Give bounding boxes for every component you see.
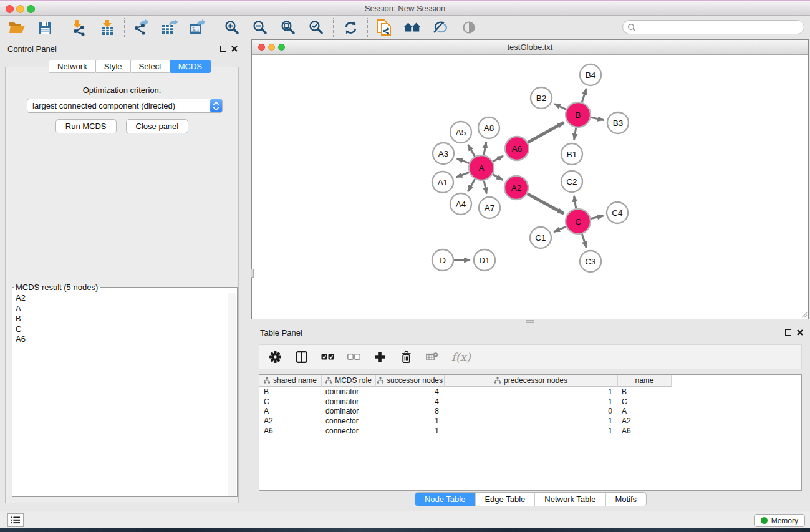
table-type-tab[interactable]: Motifs [605, 493, 646, 506]
edge-C-C4[interactable] [591, 216, 603, 218]
table-type-tab[interactable]: Node Table [415, 493, 475, 506]
search-input[interactable] [636, 22, 804, 33]
edge-A6-B[interactable] [528, 123, 564, 143]
edge-A2-C[interactable] [528, 194, 564, 214]
table-type-tab[interactable]: Edge Table [475, 493, 534, 506]
memory-button[interactable]: Memory [754, 514, 805, 527]
delete-column-trash-icon[interactable] [399, 350, 413, 364]
import-table-icon[interactable] [99, 19, 116, 36]
column-header-successor-nodes[interactable]: successor nodes [376, 375, 445, 387]
home-icon[interactable] [404, 19, 422, 36]
control-panel-tab[interactable]: Network [49, 60, 96, 73]
table-settings-gear-icon[interactable] [268, 350, 282, 364]
column-header-name[interactable]: name [618, 375, 672, 387]
table-type-tab[interactable]: Network Table [534, 493, 605, 506]
node-D[interactable]: D [432, 249, 453, 271]
edge-A-A5[interactable] [468, 145, 475, 157]
node-A2[interactable]: A2 [504, 176, 528, 200]
node-A6[interactable]: A6 [505, 137, 529, 160]
mcds-result-item[interactable]: C [13, 324, 227, 335]
node-A[interactable]: A [469, 155, 494, 180]
mcds-result-item[interactable]: A [13, 304, 227, 314]
search-field[interactable] [622, 20, 804, 34]
edge-A-A4[interactable] [468, 179, 475, 191]
column-header-predecessor-nodes[interactable]: predecessor nodes [445, 375, 618, 387]
close-panel-icon[interactable] [231, 45, 238, 52]
show-columns-icon[interactable] [294, 350, 308, 364]
edge-A-A6[interactable] [493, 156, 503, 162]
edge-B-B3[interactable] [591, 117, 604, 120]
table-row[interactable]: A2 connector 1 1 A2 [259, 416, 801, 426]
function-builder-icon[interactable]: f(x) [451, 351, 471, 364]
table-row[interactable]: A6 connector 1 1 A6 [259, 426, 801, 436]
node-C3[interactable]: C3 [580, 251, 601, 272]
control-panel-tab[interactable]: MCDS [170, 60, 211, 73]
edge-A-A3[interactable] [457, 158, 470, 163]
edge-A-A8[interactable] [484, 142, 486, 155]
task-history-button[interactable] [7, 513, 24, 527]
edge-B-B2[interactable] [554, 104, 566, 110]
zoom-fit-icon[interactable] [279, 19, 297, 36]
edge-B-B4[interactable] [582, 89, 586, 102]
float-table-panel-icon[interactable] [785, 329, 791, 336]
node-C1[interactable]: C1 [530, 227, 551, 248]
node-C[interactable]: C [566, 209, 591, 234]
edge-A-A1[interactable] [456, 172, 470, 177]
zoom-in-icon[interactable] [223, 19, 241, 36]
node-B2[interactable]: B2 [531, 87, 552, 109]
deselect-all-icon[interactable] [347, 350, 360, 364]
node-D1[interactable]: D1 [474, 249, 495, 271]
export-image-icon[interactable] [189, 19, 206, 36]
node-A3[interactable]: A3 [433, 143, 454, 164]
node-A4[interactable]: A4 [450, 193, 471, 215]
node-A5[interactable]: A5 [450, 122, 471, 143]
edge-C-C3[interactable] [582, 234, 586, 248]
close-table-panel-icon[interactable] [796, 329, 804, 336]
table-row[interactable]: A dominator 8 0 A [259, 407, 801, 417]
edge-C-C1[interactable] [554, 226, 566, 232]
node-B1[interactable]: B1 [561, 143, 582, 165]
mcds-result-item[interactable]: A6 [13, 334, 227, 345]
node-C4[interactable]: C4 [607, 202, 628, 223]
result-list-scrollbar[interactable] [228, 293, 236, 496]
splitter-handle-horizontal[interactable] [526, 320, 534, 323]
splitter-handle-vertical[interactable] [251, 269, 254, 278]
graphics-details-icon[interactable] [460, 19, 478, 36]
edge-B-B1[interactable] [574, 128, 576, 140]
edge-A-A2[interactable] [493, 174, 503, 180]
node-A8[interactable]: A8 [478, 117, 499, 138]
zoom-selected-icon[interactable] [307, 19, 325, 36]
select-all-icon[interactable] [321, 350, 334, 364]
node-C2[interactable]: C2 [561, 171, 582, 192]
control-panel-tab[interactable]: Style [95, 60, 131, 73]
show-hide-panel-icon[interactable] [432, 19, 450, 36]
table-row[interactable]: C dominator 4 1 C [259, 397, 801, 407]
table-row[interactable]: B dominator 4 1 B [259, 387, 801, 397]
delete-table-icon[interactable] [425, 350, 439, 364]
run-mcds-button[interactable]: Run MCDS [55, 119, 117, 133]
edge-C-C2[interactable] [574, 196, 576, 209]
node-B[interactable]: B [566, 102, 591, 127]
node-A7[interactable]: A7 [479, 197, 500, 218]
open-session-icon[interactable] [8, 19, 26, 36]
zoom-out-icon[interactable] [251, 19, 269, 36]
close-panel-button[interactable]: Close panel [126, 119, 189, 133]
export-network-icon[interactable] [133, 19, 150, 36]
save-session-icon[interactable] [36, 19, 54, 36]
import-network-icon[interactable] [70, 19, 88, 36]
edge-A-A7[interactable] [484, 181, 486, 194]
mcds-result-item[interactable]: B [13, 314, 227, 324]
refresh-icon[interactable] [342, 19, 359, 36]
column-header-shared-name[interactable]: shared name [259, 375, 322, 387]
mcds-result-item[interactable]: A2 [13, 293, 227, 304]
network-canvas[interactable]: AA1A3A5A8A4A7A6A2BB2B4B3B1CC2C4C1C3DD1 [252, 55, 808, 319]
add-column-icon[interactable] [373, 350, 387, 364]
node-A1[interactable]: A1 [432, 172, 453, 193]
export-table-icon[interactable] [161, 19, 178, 36]
float-panel-icon[interactable] [220, 46, 226, 52]
resize-grip-icon[interactable] [800, 311, 808, 318]
control-panel-tab[interactable]: Select [130, 60, 170, 73]
criterion-dropdown[interactable]: largest connected component (directed) [27, 99, 223, 113]
column-header-mcds-role[interactable]: MCDS role [322, 375, 376, 387]
node-B4[interactable]: B4 [580, 64, 601, 85]
